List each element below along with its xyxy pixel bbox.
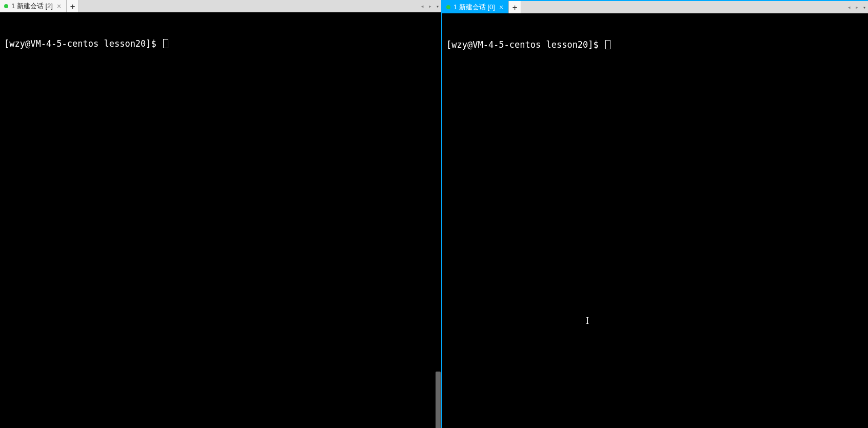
prompt-line-right: [wzy@VM-4-5-centos lesson20]$ — [446, 39, 864, 50]
cursor-icon — [605, 40, 610, 49]
tab-menu-dropdown-icon[interactable]: ▾ — [436, 4, 439, 9]
tab-nav-left-icon[interactable]: ◂ — [847, 4, 851, 11]
prompt-text: [wzy@VM-4-5-centos lesson20]$ — [4, 38, 162, 49]
scrollbar-left[interactable] — [434, 12, 441, 428]
plus-icon: + — [512, 3, 518, 12]
tab-nav-right-icon[interactable]: ▸ — [855, 4, 859, 11]
tab-session-left[interactable]: 1 新建会话 [2] × — [0, 0, 67, 12]
tabbar-right: 1 新建会话 [0] × + ◂ ▸ ▾ — [442, 1, 868, 13]
tab-label: 1 新建会话 [2] — [11, 2, 53, 11]
mouse-cursor-icon: I — [586, 316, 589, 325]
scrollbar-thumb-left[interactable] — [436, 372, 441, 428]
add-tab-button[interactable]: + — [67, 0, 79, 12]
tab-label: 1 新建会话 [0] — [453, 3, 495, 12]
tab-nav-controls-left: ◂ ▸ ▾ — [421, 0, 440, 12]
tab-nav-right-icon[interactable]: ▸ — [428, 3, 432, 10]
tab-nav-controls-right: ◂ ▸ ▾ — [847, 1, 866, 13]
terminal-pane-left: 1 新建会话 [2] × + ◂ ▸ ▾ [wzy@VM-4-5-centos … — [0, 0, 441, 428]
prompt-line-left: [wzy@VM-4-5-centos lesson20]$ — [4, 38, 437, 49]
close-icon[interactable]: × — [56, 3, 62, 10]
terminal-pane-right: 1 新建会话 [0] × + ◂ ▸ ▾ [wzy@VM-4-5-centos … — [441, 0, 868, 428]
status-dot-icon — [4, 4, 8, 8]
add-tab-button[interactable]: + — [509, 1, 521, 13]
status-dot-icon — [446, 5, 450, 9]
terminal-body-right[interactable]: [wzy@VM-4-5-centos lesson20]$ I — [442, 13, 868, 428]
tab-session-right[interactable]: 1 新建会话 [0] × — [442, 1, 509, 13]
tabbar-left: 1 新建会话 [2] × + ◂ ▸ ▾ — [0, 0, 441, 12]
cursor-icon — [163, 39, 168, 48]
tab-nav-left-icon[interactable]: ◂ — [421, 3, 424, 10]
plus-icon: + — [70, 2, 75, 11]
prompt-text: [wzy@VM-4-5-centos lesson20]$ — [446, 39, 604, 50]
terminal-body-left[interactable]: [wzy@VM-4-5-centos lesson20]$ — [0, 12, 441, 428]
tab-menu-dropdown-icon[interactable]: ▾ — [863, 5, 866, 10]
close-icon[interactable]: × — [498, 4, 504, 11]
